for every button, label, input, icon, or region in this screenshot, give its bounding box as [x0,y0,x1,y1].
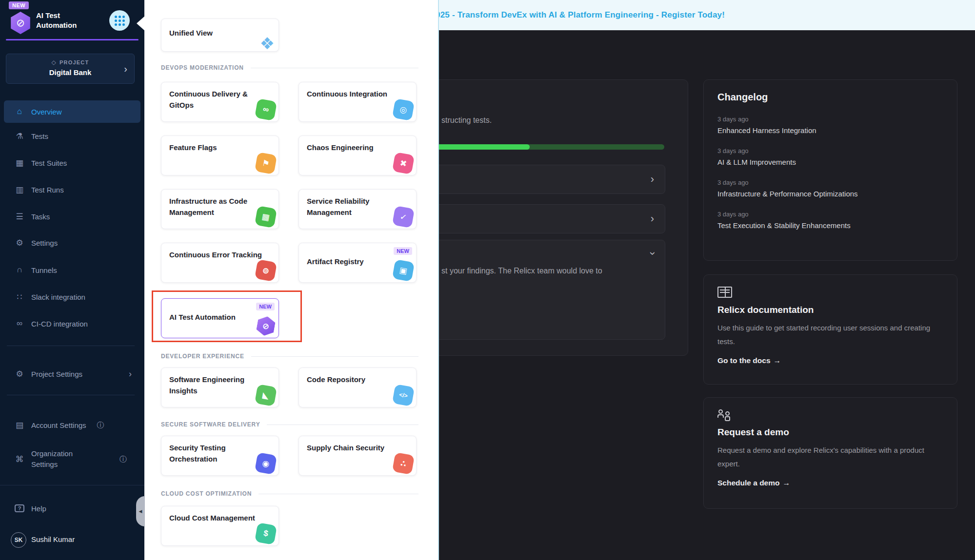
divider [0,485,144,485]
module-continuous-error-tracking[interactable]: Continuous Error Tracking ⊚ [161,243,279,283]
apps-grid-icon [115,16,125,26]
ci-icon: ◎ [392,98,415,121]
chevron-right-icon: › [651,212,654,225]
app-logo: ⊘ [10,12,31,34]
module-artifact-registry[interactable]: NEW Artifact Registry ▣ [298,243,417,283]
module-picker-button[interactable] [109,10,130,31]
feature-flags-icon: ⚑ [255,152,277,174]
section-header-developer-experience: DEVELOPER EXPERIENCE [161,353,418,360]
module-picker-panel: Unified View ❖ DEVOPS MODERNIZATION Cont… [144,0,439,560]
error-tracking-icon: ⊚ [255,259,277,282]
changelog-time: 3 days ago [717,116,943,123]
sidebar-item-slack-integration[interactable]: ∷Slack integration [4,286,140,308]
module-continuous-integration[interactable]: Continuous Integration ◎ [298,82,417,122]
arrow-right-icon: → [774,356,781,365]
go-to-docs-link[interactable]: Go to the docs→ [717,356,943,365]
sidebar-item-overview[interactable]: ⌂Overview [4,100,140,123]
request-demo-card: Request a demo Request a demo and explor… [703,397,957,509]
module-cloud-cost-management[interactable]: Cloud Cost Management $ [161,506,279,546]
grid-icon: ▦ [15,158,24,168]
sidebar-item-tunnels[interactable]: ∩Tunnels [4,259,140,281]
changelog-entry: 3 days ago AI & LLM Improvements [717,147,943,166]
sei-icon: ◣ [255,384,277,406]
help-chat-icon: ? [15,504,24,512]
schedule-demo-link[interactable]: Schedule a demo→ [717,479,943,487]
sidebar-item-tasks[interactable]: ☰Tasks [4,205,140,228]
divider [7,395,135,395]
module-chaos-engineering[interactable]: Chaos Engineering ✖ [298,135,417,175]
request-demo-title: Request a demo [717,427,943,438]
gear-icon: ⚙ [15,369,24,379]
module-service-reliability[interactable]: Service Reliability Management ✓ [298,189,417,229]
sidebar-item-project-settings[interactable]: ⚙Project Settings › [4,363,140,385]
sidebar-item-test-runs[interactable]: ▥Test Runs [4,178,140,201]
module-security-testing-orchestration[interactable]: Security Testing Orchestration ◉ [161,436,279,476]
unified-view-icon: ❖ [260,34,275,52]
chevron-down-icon: › [646,251,658,255]
layers-icon: ▤ [15,420,24,430]
supply-chain-icon: ∴ [392,452,415,475]
changelog-time: 3 days ago [717,179,943,186]
project-label: ◇PROJECT [6,59,134,66]
sidebar-item-cicd-integration[interactable]: ∞CI-CD integration [4,312,140,335]
module-supply-chain-security[interactable]: Supply Chain Security ∴ [298,436,417,476]
clipped-feedback-text: st your findings. The Relicx team would … [441,267,602,275]
info-icon: ⓘ [119,455,127,464]
module-unified-view[interactable]: Unified View ❖ [161,19,279,52]
chaos-engineering-icon: ✖ [392,152,415,174]
module-label: Unified View [169,29,213,37]
documentation-body: Use this guide to get started recording … [717,321,943,348]
org-icon: ⌘ [15,454,24,464]
module-feature-flags[interactable]: Feature Flags ⚑ [161,135,279,175]
documentation-title: Relicx documentation [717,305,943,315]
sidebar-collapse-handle[interactable]: ◀ [136,496,145,526]
user-name[interactable]: Sushil Kumar [31,535,75,543]
cloud-cost-icon: $ [255,522,277,545]
gear-icon: ⚙ [15,238,24,248]
sidebar-item-test-suites[interactable]: ▦Test Suites [4,152,140,174]
arrow-right-icon: → [782,479,790,487]
request-demo-body: Request a demo and explore Relicx's capa… [717,444,943,471]
app-title: AI Test Automation [36,11,99,31]
cd-gitops-icon: ∞ [255,98,277,121]
chevron-left-icon: ◀ [139,509,142,514]
artifact-registry-icon: ▣ [392,259,415,282]
module-code-repository[interactable]: Code Repository </> [298,367,417,407]
columns-icon: ▥ [15,185,24,195]
sidebar-item-tests[interactable]: ⚗Tests [4,125,140,147]
srm-icon: ✓ [392,206,415,228]
code-repository-icon: </> [392,384,415,406]
project-name: Digital Bank [6,68,134,77]
sidebar: NEW ⊘ AI Test Automation ◇PROJECT Digita… [0,0,144,560]
project-selector[interactable]: ◇PROJECT Digital Bank › [6,54,135,84]
changelog-entry: 3 days ago Test Execution & Stability En… [717,211,943,230]
changelog-text: Enhanced Harness Integration [717,126,943,135]
section-header-devops: DEVOPS MODERNIZATION [161,64,418,71]
module-continuous-delivery-gitops[interactable]: Continuous Delivery & GitOps ∞ [161,82,279,122]
module-software-engineering-insights[interactable]: Software Engineering Insights ◣ [161,367,279,407]
section-header-secure-software-delivery: SECURE SOFTWARE DELIVERY [161,421,418,428]
sidebar-item-organization-settings[interactable]: ⌘ OrganizationSettings ⓘ [4,444,140,474]
cube-icon: ◇ [52,59,57,66]
changelog-entry: 3 days ago Enhanced Harness Integration [717,116,943,135]
module-infrastructure-as-code[interactable]: Infrastructure as Code Management ▦ [161,189,279,229]
changelog-card: Changelog 3 days ago Enhanced Harness In… [703,79,957,261]
divider [7,346,135,346]
documentation-card: Relicx documentation Use this guide to g… [703,274,957,385]
avatar[interactable]: SK [11,532,26,548]
slack-icon: ∷ [15,292,24,302]
changelog-text: Infrastructure & Performance Optimizatio… [717,190,943,198]
sidebar-item-help[interactable]: ? Help [4,497,140,520]
popover-arrow [137,16,145,31]
new-badge: NEW [9,1,29,9]
clipped-setup-text: structing tests. [441,116,492,125]
changelog-time: 3 days ago [717,211,943,218]
changelog-entry: 3 days ago Infrastructure & Performance … [717,179,943,198]
announcement-text[interactable]: 025 - Transform DevEx with AI & Platform… [436,10,725,20]
tunnel-icon: ∩ [15,265,24,275]
chevron-right-icon: › [129,369,132,379]
sidebar-item-account-settings[interactable]: ▤Account Settings ⓘ [4,414,140,436]
sidebar-item-settings[interactable]: ⚙Settings [4,232,140,254]
changelog-text: Test Execution & Stability Enhancements [717,221,943,230]
accent-divider [6,39,139,40]
